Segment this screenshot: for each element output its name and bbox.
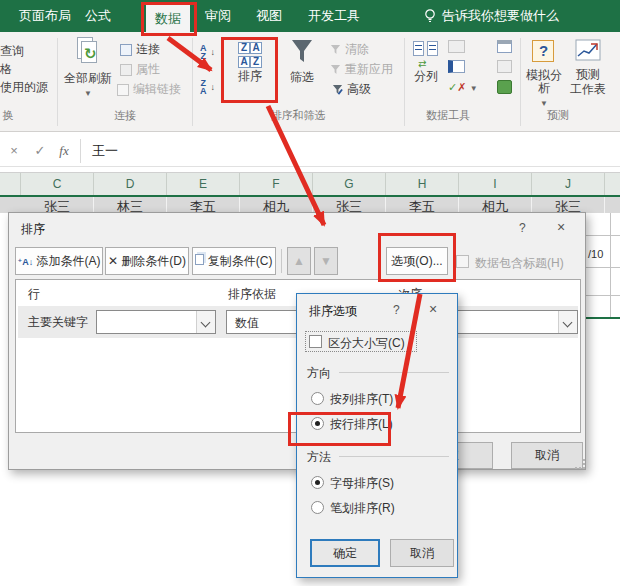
cell-f2[interactable]: 相九 bbox=[240, 197, 313, 213]
delete-condition-button[interactable]: ✕ 删除条件(D) bbox=[105, 247, 189, 275]
header-row-checkbox[interactable] bbox=[456, 255, 469, 268]
insert-function-icon[interactable]: fx bbox=[52, 136, 76, 166]
move-down-button[interactable]: ▼ bbox=[314, 247, 338, 275]
cell-g2[interactable]: 张三 bbox=[313, 197, 386, 213]
column-header-g[interactable]: G bbox=[313, 173, 386, 196]
text-to-columns-icon: ⇄ bbox=[413, 39, 439, 65]
lightbulb-icon bbox=[424, 8, 436, 24]
tab-view[interactable]: 视图 bbox=[247, 0, 291, 32]
sort-by-row-label: 按行排序(L) bbox=[330, 416, 393, 433]
cell-i2[interactable]: 相九 bbox=[459, 197, 532, 213]
primary-key-label: 主要关键字 bbox=[28, 314, 88, 331]
col-header-sort-on: 排序依据 bbox=[228, 286, 276, 303]
refresh-all-button[interactable]: ↻ 全部刷新 ▼ bbox=[62, 37, 114, 99]
tab-review[interactable]: 审阅 bbox=[196, 0, 240, 32]
tell-me-box[interactable]: 告诉我你想要做什么 bbox=[424, 0, 559, 32]
alphabetic-sort-radio[interactable] bbox=[311, 476, 324, 489]
advanced-filter-icon bbox=[332, 84, 343, 95]
case-sensitive-checkbox[interactable] bbox=[309, 335, 322, 348]
ribbon-item-from-table-cut[interactable]: 格 bbox=[0, 61, 12, 78]
cell-d2[interactable]: 林三 bbox=[94, 197, 167, 213]
sort-cancel-button[interactable]: 取消 bbox=[511, 442, 583, 469]
order-dropdown[interactable] bbox=[448, 310, 578, 334]
move-up-button[interactable]: ▲ bbox=[287, 247, 311, 275]
orientation-group-label: 方向 bbox=[307, 365, 331, 382]
column-header-j[interactable]: J bbox=[532, 173, 605, 196]
sort-ascending-button[interactable]: A Z ↓ bbox=[200, 44, 215, 60]
cell-h2[interactable]: 李五 bbox=[386, 197, 459, 213]
column-header-i[interactable]: I bbox=[459, 173, 532, 196]
forecast-sheet-button[interactable]: 预测 工作表 bbox=[566, 39, 610, 96]
ribbon-item-recent-sources-cut[interactable]: 使用的源 bbox=[0, 79, 48, 96]
cell-c2[interactable]: 张三 bbox=[21, 197, 94, 213]
resize-grip[interactable] bbox=[575, 459, 585, 469]
what-if-icon: ? bbox=[531, 39, 557, 64]
remove-duplicates-button[interactable] bbox=[448, 60, 465, 76]
ribbon-tab-bar: 页面布局 公式 数据 审阅 视图 开发工具 告诉我你想要做什么 bbox=[0, 0, 620, 32]
connections-button[interactable]: 连接 bbox=[120, 41, 160, 58]
flash-fill-button[interactable] bbox=[448, 40, 465, 56]
column-header-d[interactable]: D bbox=[94, 173, 167, 196]
copy-condition-button[interactable]: 复制条件(C) bbox=[192, 247, 276, 275]
options-button[interactable]: 选项(O)... bbox=[386, 247, 448, 275]
add-condition-button[interactable]: ⁺A↓ 添加条件(A) bbox=[15, 247, 103, 275]
sort-descending-button[interactable]: Z A ↓ bbox=[200, 79, 215, 95]
close-icon[interactable]: × bbox=[429, 301, 437, 317]
delete-condition-icon: ✕ bbox=[108, 254, 118, 268]
column-header-f[interactable]: F bbox=[240, 173, 313, 196]
reapply-filter-button[interactable]: 重新应用 bbox=[330, 61, 393, 78]
column-header-e[interactable]: E bbox=[167, 173, 240, 196]
options-ok-button[interactable]: 确定 bbox=[310, 539, 380, 567]
sort-by-row-radio[interactable] bbox=[311, 417, 324, 430]
options-cancel-button[interactable]: 取消 bbox=[390, 539, 454, 567]
alphabetic-sort-label: 字母排序(S) bbox=[330, 475, 394, 492]
tab-formulas[interactable]: 公式 bbox=[76, 0, 120, 32]
sort-by-column-radio[interactable] bbox=[311, 392, 324, 405]
sort-options-dialog: 排序选项 ? × 区分大小写(C) 方向 按列排序(T) 按行排序(L) 方法 … bbox=[296, 293, 458, 578]
ribbon-item-new-query-cut[interactable]: 查询 bbox=[0, 43, 24, 60]
column-header-h[interactable]: H bbox=[386, 173, 459, 196]
spreadsheet-row: 张三 林三 李五 相九 张三 李五 相九 张三 bbox=[0, 197, 620, 213]
help-icon[interactable]: ? bbox=[519, 221, 526, 235]
text-to-columns-button[interactable]: ⇄ 分列 bbox=[408, 39, 444, 83]
advanced-filter-button[interactable]: 高级 bbox=[332, 81, 371, 98]
sort-button[interactable]: ZA AZ 排序 bbox=[226, 40, 274, 83]
stroke-sort-radio[interactable] bbox=[311, 501, 324, 514]
sort-label: 排序 bbox=[226, 70, 274, 83]
cell-e2[interactable]: 李五 bbox=[167, 197, 240, 213]
column-header-partial[interactable] bbox=[0, 173, 21, 196]
cell-j2[interactable]: 张三 bbox=[532, 197, 605, 213]
relationships-icon bbox=[497, 60, 512, 73]
add-condition-icon: ⁺A↓ bbox=[17, 257, 33, 267]
properties-button[interactable]: 属性 bbox=[120, 61, 160, 78]
relationships-button[interactable] bbox=[497, 60, 512, 76]
forecast-sheet-icon bbox=[575, 39, 601, 63]
edit-links-button[interactable]: 编辑链接 bbox=[117, 81, 181, 98]
sort-options-title: 排序选项 bbox=[309, 303, 357, 320]
tab-developer[interactable]: 开发工具 bbox=[299, 0, 369, 32]
what-if-analysis-button[interactable]: ? 模拟分析 ▼ bbox=[522, 39, 566, 109]
forecast-label-line2: 工作表 bbox=[566, 83, 610, 96]
help-icon[interactable]: ? bbox=[393, 303, 400, 317]
manage-data-model-button[interactable] bbox=[497, 80, 512, 97]
close-icon[interactable]: × bbox=[557, 219, 565, 235]
formula-bar: × ✓ fx 王一 bbox=[0, 136, 620, 167]
cancel-icon[interactable]: × bbox=[2, 136, 26, 166]
enter-check-icon[interactable]: ✓ bbox=[28, 136, 52, 166]
filter-button[interactable]: 筛选 bbox=[282, 38, 322, 84]
chevron-down-icon: ▼ bbox=[540, 99, 548, 108]
cell-partial-date[interactable]: /10 bbox=[588, 248, 603, 260]
data-model-icon bbox=[497, 80, 512, 94]
selection-border-right bbox=[586, 317, 620, 319]
data-validation-button[interactable]: ✓✗ ▼ bbox=[448, 80, 478, 94]
formula-bar-input[interactable]: 王一 bbox=[92, 136, 118, 166]
tab-data[interactable]: 数据 bbox=[146, 5, 190, 32]
clear-filter-button[interactable]: 清除 bbox=[330, 41, 369, 58]
properties-icon bbox=[120, 64, 132, 76]
primary-key-dropdown[interactable] bbox=[96, 310, 216, 334]
chevron-down-icon: ▼ bbox=[84, 89, 92, 98]
column-header-c[interactable]: C bbox=[21, 173, 94, 196]
tab-page-layout[interactable]: 页面布局 bbox=[10, 0, 80, 32]
sort-za-icon: Z A bbox=[200, 79, 207, 95]
consolidate-button[interactable] bbox=[497, 40, 512, 56]
